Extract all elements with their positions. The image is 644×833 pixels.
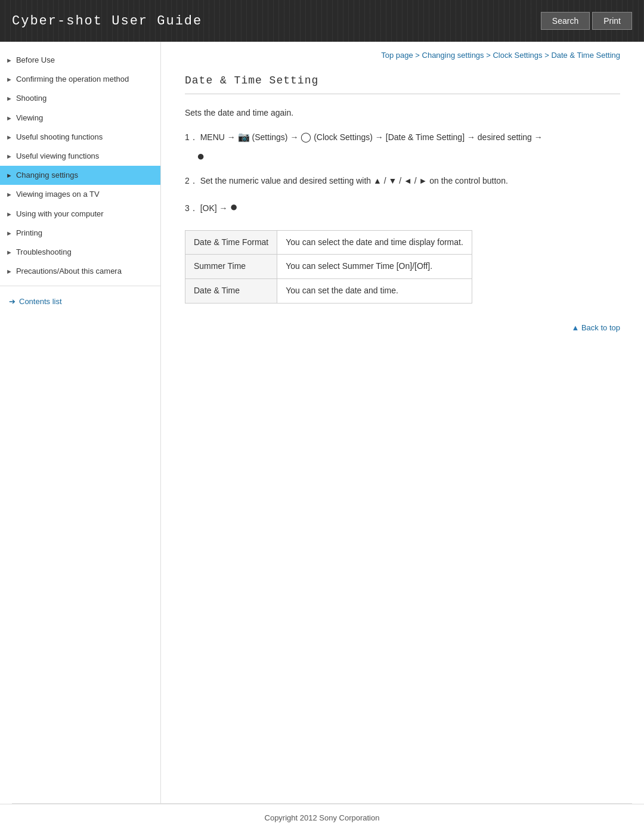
step-1-bullet: ● <box>197 145 620 167</box>
sidebar-item-label: Precautions/About this camera <box>16 266 151 277</box>
chevron-right-icon: ► <box>6 267 13 276</box>
sidebar-item-useful-viewing[interactable]: ► Useful viewing functions <box>0 147 160 166</box>
table-cell-label-2: Summer Time <box>185 255 277 279</box>
chevron-right-icon: ► <box>6 210 13 219</box>
sidebar-item-label: Useful shooting functions <box>16 132 151 143</box>
table-body: Date & Time Format You can select the da… <box>185 230 472 303</box>
sidebar-item-viewing-tv[interactable]: ► Viewing images on a TV <box>0 185 160 204</box>
breadcrumb-top[interactable]: Top page <box>381 51 413 60</box>
content-body: Sets the date and time again. 1． MENU → … <box>185 106 620 335</box>
breadcrumb-changing[interactable]: Changing settings <box>422 51 484 60</box>
step-1-text: MENU → 📷 (Settings) → ◯ (Clock Settings)… <box>200 132 543 142</box>
sidebar-item-label: Printing <box>16 228 151 239</box>
sidebar-item-label: Before Use <box>16 55 151 66</box>
sidebar-item-viewing[interactable]: ► Viewing <box>0 109 160 128</box>
sidebar-item-label: Shooting <box>16 93 151 104</box>
table-cell-label-1: Date & Time Format <box>185 230 277 255</box>
chevron-right-icon: ► <box>6 248 13 257</box>
breadcrumb-sep3: > <box>544 51 551 60</box>
contents-list-label: Contents list <box>19 297 62 306</box>
chevron-right-icon: ► <box>6 114 13 123</box>
chevron-right-icon: ► <box>6 171 13 180</box>
sidebar-item-useful-shooting[interactable]: ► Useful shooting functions <box>0 128 160 147</box>
sidebar-item-precautions[interactable]: ► Precautions/About this camera <box>0 262 160 281</box>
intro-text: Sets the date and time again. <box>185 106 620 120</box>
chevron-right-icon: ► <box>6 94 13 103</box>
sidebar-item-label: Troubleshooting <box>16 247 151 258</box>
header-buttons: Search Print <box>541 12 632 30</box>
step-3-text: [OK] → ● <box>200 203 238 213</box>
arrow-right-icon: ➔ <box>9 297 16 306</box>
print-button[interactable]: Print <box>592 12 632 30</box>
sidebar-item-before-use[interactable]: ► Before Use <box>0 51 160 70</box>
step-3-number: 3． <box>185 203 198 213</box>
sidebar-item-label: Viewing images on a TV <box>16 189 151 200</box>
footer: Copyright 2012 Sony Corporation 153 <box>0 803 644 833</box>
back-to-top-label: Back to top <box>581 323 620 332</box>
table-cell-desc-3: You can set the date and time. <box>277 279 472 304</box>
step-2-number: 2． <box>185 176 198 185</box>
sidebar-item-computer[interactable]: ► Using with your computer <box>0 205 160 224</box>
sidebar-item-changing-settings[interactable]: ► Changing settings <box>0 166 160 185</box>
sidebar-item-shooting[interactable]: ► Shooting <box>0 89 160 108</box>
sidebar-item-label: Confirming the operation method <box>16 74 151 85</box>
breadcrumb-sep2: > <box>486 51 493 60</box>
chevron-right-icon: ► <box>6 133 13 142</box>
table-row: Date & Time You can set the date and tim… <box>185 279 472 304</box>
sidebar-item-confirming[interactable]: ► Confirming the operation method <box>0 70 160 89</box>
page-title: Date & Time Setting <box>185 75 620 94</box>
chevron-right-icon: ► <box>6 152 13 161</box>
step-3: 3． [OK] → ● <box>185 196 620 218</box>
breadcrumb: Top page > Changing settings > Clock Set… <box>185 51 620 63</box>
sidebar-item-label: Useful viewing functions <box>16 151 151 162</box>
table-cell-desc-1: You can select the date and time display… <box>277 230 472 255</box>
table-row: Date & Time Format You can select the da… <box>185 230 472 255</box>
sidebar: ► Before Use ► Confirming the operation … <box>0 42 161 803</box>
table-row: Summer Time You can select Summer Time [… <box>185 255 472 279</box>
copyright: Copyright 2012 Sony Corporation <box>0 804 644 831</box>
contents-list-link[interactable]: ➔ Contents list <box>0 291 160 312</box>
table-cell-label-3: Date & Time <box>185 279 277 304</box>
sidebar-item-printing[interactable]: ► Printing <box>0 224 160 243</box>
app-title: Cyber-shot User Guide <box>12 14 202 29</box>
triangle-up-icon: ▲ <box>571 323 579 332</box>
search-button[interactable]: Search <box>541 12 590 30</box>
breadcrumb-sep1: > <box>415 51 422 60</box>
breadcrumb-current: Date & Time Setting <box>551 51 620 60</box>
sidebar-item-troubleshooting[interactable]: ► Troubleshooting <box>0 243 160 262</box>
step-1-number: 1． <box>185 132 198 142</box>
step-list: 1． MENU → 📷 (Settings) → ◯ (Clock Settin… <box>185 129 620 218</box>
step-1: 1． MENU → 📷 (Settings) → ◯ (Clock Settin… <box>185 129 620 168</box>
step-2: 2． Set the numeric value and desired set… <box>185 174 620 188</box>
step-2-text: Set the numeric value and desired settin… <box>200 176 508 185</box>
chevron-right-icon: ► <box>6 190 13 199</box>
sidebar-item-label: Viewing <box>16 113 151 123</box>
chevron-right-icon: ► <box>6 75 13 84</box>
info-table: Date & Time Format You can select the da… <box>185 230 472 304</box>
back-to-top[interactable]: ▲ Back to top <box>185 321 620 335</box>
sidebar-divider <box>0 286 160 286</box>
main-layout: ► Before Use ► Confirming the operation … <box>0 42 644 803</box>
breadcrumb-clock[interactable]: Clock Settings <box>493 51 542 60</box>
sidebar-item-label: Using with your computer <box>16 209 151 219</box>
sidebar-item-label: Changing settings <box>16 170 151 181</box>
header: Cyber-shot User Guide Search Print <box>0 0 644 42</box>
content-area: Top page > Changing settings > Clock Set… <box>161 42 644 803</box>
chevron-right-icon: ► <box>6 56 13 65</box>
chevron-right-icon: ► <box>6 229 13 238</box>
table-cell-desc-2: You can select Summer Time [On]/[Off]. <box>277 255 472 279</box>
